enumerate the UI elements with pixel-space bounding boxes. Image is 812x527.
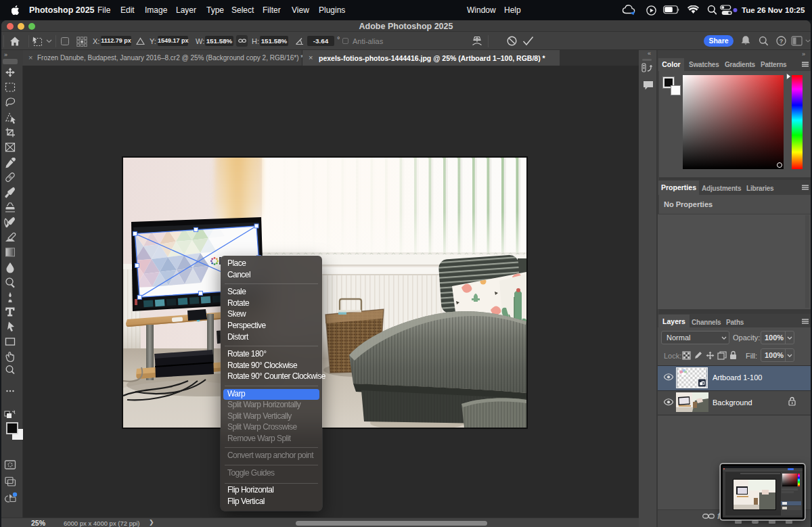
svg-text:?: ? [780,38,784,45]
